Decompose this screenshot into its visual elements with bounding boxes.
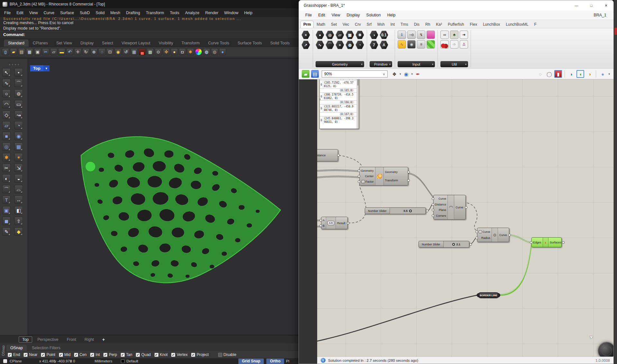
checkbox-end[interactable]: ✔ [8,353,12,357]
sphere-top-icon[interactable]: ◍ [203,48,210,55]
hex-curve-icon[interactable]: ∿ [316,41,324,49]
cut-icon[interactable]: ✂ [42,48,49,55]
rhino-menu-file[interactable]: File [1,9,14,16]
gumball-icon[interactable]: ✜ [163,48,170,55]
circle-icon[interactable]: ○ [2,89,11,98]
offset-output-curve[interactable]: Curve [456,206,463,209]
gh-sphere-icon[interactable]: ● [599,70,606,78]
scale-input-factor[interactable]: Factor [365,180,374,183]
gh-menu-solution[interactable]: Solution [363,12,384,18]
combo-caret-icon[interactable]: ∨ [383,72,385,76]
rhino-menu-curve[interactable]: Curve [41,9,57,16]
rhino-toolbar-tab-select[interactable]: Select [98,40,117,47]
canvas-navigation-ball[interactable] [598,342,613,357]
gh-tab-prm[interactable]: Prm [300,21,314,28]
tile-graph-icon[interactable]: ∿ [398,40,406,49]
viewport-name[interactable]: Top [30,65,43,71]
status-cplane[interactable]: CPlane [10,359,39,363]
osnap-option-point[interactable]: ✔Point [41,352,55,357]
rhino-toolbar-tab-cplanes[interactable]: CPlanes [29,40,52,47]
rhino-menu-mesh[interactable]: Mesh [107,9,123,16]
gh-tab-int[interactable]: Int [388,21,398,28]
util-glasses-icon[interactable]: ∞ [440,31,449,39]
scale-component[interactable]: Geometry Center ↓Factor Geometry Transfo… [359,167,408,186]
boundary-surfaces-component[interactable]: Edges ◗ Surfaces [531,237,562,247]
scale-input-geometry[interactable]: Geometry [361,169,374,172]
osnap-option-near[interactable]: ✔Near [23,352,37,357]
osnap-option-tan[interactable]: ✔Tan [121,352,132,357]
save-icon[interactable]: ▤ [18,48,25,55]
hex-half-icon[interactable]: ◑ [370,31,378,39]
tile-lightning-icon[interactable]: ↯ [417,31,425,39]
new-file-icon[interactable]: ▯ [2,48,9,55]
split-icon[interactable]: ⇲ [14,164,23,172]
tile-import-icon[interactable]: ⇩ [398,31,406,39]
lock-icon[interactable]: ◘ [179,48,186,55]
viewport-tab-top[interactable]: Top [19,336,32,343]
checkbox-int[interactable]: ✔ [90,353,94,357]
sidebar-grip[interactable] [2,64,25,66]
osnap-option-mid[interactable]: ✔Mid [59,352,70,357]
checkbox-perp[interactable]: ✔ [103,353,107,357]
explode-icon[interactable]: ✱ [2,153,11,161]
picker-icon[interactable]: ✎ [2,227,11,236]
mirror-icon[interactable]: ◧ [14,206,23,214]
hex-box-icon[interactable]: ▦ [345,31,354,39]
command-input[interactable]: Command: [0,31,317,38]
gem-icon[interactable]: ◆ [14,227,23,236]
rhino-toolbar-tab-viewport-layout[interactable]: Viewport Layout [117,40,154,47]
scale-output-transform[interactable]: Transform [385,179,398,182]
status-layer[interactable]: Default [126,359,236,363]
torus-icon[interactable]: ◎ [2,142,11,151]
rhino-menu-analyze[interactable]: Analyze [182,9,202,16]
tile-gradient-icon[interactable] [427,31,435,39]
rhino-menu-window[interactable]: Window [221,9,241,16]
checkbox-project[interactable]: ✔ [191,353,195,357]
copy-page-icon[interactable]: ▣ [34,48,41,55]
osnap-option-int[interactable]: ✔Int [90,352,100,357]
hex-number-icon[interactable]: 0.1 [380,31,388,39]
viewport-tab-front[interactable]: Front [63,337,79,342]
trim-icon[interactable]: ✂ [2,164,11,172]
leaf-surface[interactable] [81,137,281,283]
checkbox-near[interactable]: ✔ [23,353,28,357]
text-icon[interactable]: T [2,196,11,204]
dropdown-caret-icon[interactable]: ▾ [400,72,401,76]
gh-mesh-teal-icon[interactable]: ◗ [567,70,575,78]
surface-curved-icon[interactable]: ◔ [14,121,23,130]
color-wheel-icon[interactable] [195,48,202,55]
boundary-output-surfaces[interactable]: Surfaces [550,241,561,244]
tile-knob-icon[interactable]: ◉ [407,40,416,49]
osnap-option-cen[interactable]: ✔Cen [74,352,87,357]
status-units[interactable]: Millimeters [95,359,115,363]
osnap-option-quad[interactable]: ✔Quad [136,352,151,357]
fillet-input-radius[interactable]: Radius [481,236,490,240]
osnap-option-project[interactable]: ✔Project [191,352,208,357]
circle-center-icon[interactable]: ⊙ [155,48,162,55]
hex-x-icon[interactable]: × [301,31,310,39]
offset-input-curve[interactable]: Curve [438,197,446,200]
hex-diamond-icon[interactable]: ⋄ [336,41,344,49]
gh-tab-lunchboxml[interactable]: LunchBoxML [503,21,531,28]
gh-mesh-green-icon[interactable]: ◖ [576,70,584,78]
undo-icon[interactable]: ↶ [66,48,73,55]
copy-icon[interactable]: ▱ [50,48,57,55]
checkbox-quad[interactable]: ✔ [136,353,140,357]
close-button[interactable]: ✕ [599,0,613,11]
offset-curve-component[interactable]: Curve Distance Plane Corners ◠ Curve [433,195,466,220]
pan-icon[interactable]: ✛ [74,48,81,55]
boolean-union-icon[interactable]: ◐ [2,174,11,183]
viewport-tab-right[interactable]: Right [81,337,97,342]
gh-tab-ka[interactable]: Ka² [433,21,445,28]
zoom-selected-icon[interactable]: ◉ [115,48,122,55]
hex-arc-icon[interactable]: ⌒ [326,41,334,49]
fillet-surface-icon[interactable]: ⌓ [14,185,23,193]
panel-scrollbar[interactable] [357,79,359,129]
zoom-region-icon[interactable]: ◌ [98,48,106,55]
gh-prev-shaded-icon[interactable]: ▮ [554,70,562,78]
layer-color-swatch[interactable] [121,359,124,363]
rhino-menu-render[interactable]: Render [202,9,221,16]
boolean-difference-icon[interactable]: ◒ [14,174,23,183]
rhino-menu-subd[interactable]: SubD [77,9,93,16]
group-caret-icon[interactable]: ▾ [389,63,391,66]
